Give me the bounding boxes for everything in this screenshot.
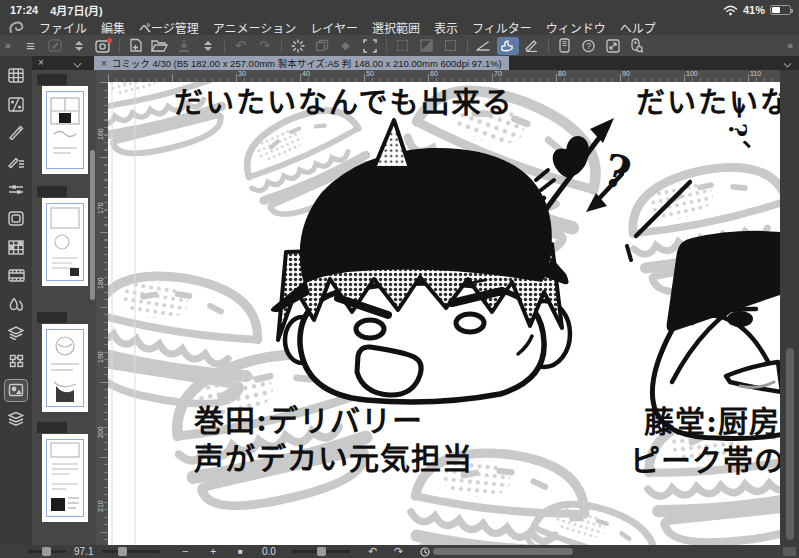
trim-marks [46,329,84,407]
redo-icon[interactable]: ↷ [254,37,276,55]
horizontal-scrollbar[interactable] [433,548,573,555]
layer-palette-icon[interactable] [5,380,27,401]
shape-diamond-icon[interactable]: ◆ [335,37,357,55]
menu-view[interactable]: 表示 [434,19,458,36]
timeline-icon[interactable] [5,265,27,286]
tab-list-chevron-icon[interactable] [784,59,792,67]
zoom-in-button[interactable]: + [210,545,216,557]
blend-palette-icon[interactable] [5,294,27,315]
collapse-right-icon[interactable]: « [787,40,793,51]
rotate-cw-button[interactable]: ↷ [394,545,403,558]
menu-edit[interactable]: 編集 [101,19,125,36]
page-thumbnail-2[interactable] [42,198,88,286]
ruler-label: 180 [97,277,104,289]
processing-icon[interactable] [287,37,309,55]
rotation-slider[interactable] [292,550,350,553]
page-separator [37,74,67,85]
tool-up-down-icon[interactable] [68,37,90,55]
selection-frame-icon[interactable] [440,37,462,55]
command-bar: » ≡ ↶ ↷ [0,35,799,56]
tab-close-icon[interactable]: × [101,58,107,69]
selection-marquee-icon[interactable] [392,37,414,55]
zoom-slider[interactable] [102,550,160,553]
page-separator [37,422,67,433]
collapse-left-icon[interactable]: » [5,40,11,51]
thumbnail-size-slider[interactable] [28,550,66,553]
clock: 17:24 [10,4,38,16]
ruler-corner [96,70,108,82]
document-tab-bar: × × コミック 4/30 (B5 182.00 x 257.00mm 製本サイ… [0,56,799,70]
story-editor-icon[interactable] [5,94,27,115]
brush-size-palette-icon[interactable] [5,208,27,229]
device-preview-icon[interactable] [554,37,576,55]
clip-studio-logo-icon[interactable] [8,21,25,34]
horizontal-ruler: 30 40 50 60 70 80 90 100 110 [108,70,780,82]
document-tab[interactable]: × コミック 4/30 (B5 182.00 x 257.00mm 製本サイズ:… [94,56,509,70]
date: 4月7日(月) [50,2,103,18]
trim-marks [46,91,84,169]
canvas-headline-text: だいたいなんでも出来る [174,82,514,121]
zoom-percent-value: 97.1 [74,546,93,557]
zoom-pin-icon[interactable] [626,37,648,55]
menu-page-manage[interactable]: ページ管理 [139,19,199,36]
menu-bar: ファイル 編集 ページ管理 アニメーション レイヤー 選択範囲 表示 フィルター… [0,20,799,35]
duplicate-icon[interactable] [311,37,333,55]
file-up-down-icon[interactable] [197,37,219,55]
ruler-label: 100 [686,70,698,77]
brush-tool-icon[interactable] [497,37,519,55]
ruler-label: 190 [97,351,104,363]
page-thumbnail-3[interactable] [42,324,88,412]
pen-tool-icon[interactable] [521,37,543,55]
layers-stack-icon[interactable] [5,408,27,429]
battery-icon [770,5,791,15]
menu-layer[interactable]: レイヤー [310,19,358,36]
page-thumbnail-panel [32,70,96,545]
menu-window[interactable]: ウィンドウ [546,19,606,36]
page-thumbnail-1[interactable] [42,86,88,174]
undo-icon[interactable]: ↶ [230,37,252,55]
save-icon[interactable] [173,37,195,55]
edit-pen-icon[interactable] [44,37,66,55]
color-set-icon[interactable] [5,237,27,258]
page-thumbnail-4[interactable] [42,434,88,522]
ruler-label: 60 [430,70,438,77]
panel-close-icon[interactable]: × [38,57,44,68]
caption-makita: 巻田:デリバリー 声がデカい元気担当 [194,402,473,478]
sub-tool-palette-icon[interactable] [5,151,27,172]
menu-file[interactable]: ファイル [39,19,87,36]
fit-view-button[interactable]: ■ [238,547,243,556]
clip-studio-window: 17:24 4月7日(月) 41% ファイル 編集 ページ管理 アニメーション … [0,0,799,558]
menu-help[interactable]: ヘルプ [620,19,656,36]
canvas-vertical-note: ー?、 [720,96,755,167]
zoom-out-button[interactable]: − [182,545,188,557]
layer-template-icon[interactable] [5,351,27,372]
line-tool-icon[interactable] [473,37,495,55]
selection-fill-icon[interactable] [416,37,438,55]
open-file-icon[interactable] [149,37,171,55]
drawing-canvas[interactable]: ? だいたいなんでも出来る だいたいな ー?、 巻田:デリバリー 声がデカい元気… [108,82,780,545]
help-icon[interactable]: ? [578,37,600,55]
ruler-label: 160 [97,128,104,140]
clip-studio-app-icon[interactable] [92,37,114,55]
canvas-headline-right-text: だいたいな [636,82,780,121]
menu-selection[interactable]: 選択範囲 [372,19,420,36]
new-canvas-icon[interactable] [125,37,147,55]
rotate-ccw-button[interactable]: ↶ [368,545,377,558]
menu-animation[interactable]: アニメーション [213,19,297,36]
panel-chevron-down-icon[interactable] [74,59,82,67]
tool-property-icon[interactable] [5,179,27,200]
reset-view-icon[interactable] [420,547,430,558]
tool-palette-icon[interactable] [5,122,27,143]
crop-frame-icon[interactable] [359,37,381,55]
menu-filter[interactable]: フィルター [472,19,532,36]
ruler-label: 90 [622,70,630,77]
page-separator [37,186,67,197]
page-manager-icon[interactable] [5,65,27,86]
layer-property-icon[interactable] [5,322,27,343]
svg-text:?: ? [598,144,635,200]
vertical-scrollbar[interactable] [786,348,794,540]
page-panel-scrollbar[interactable] [90,150,95,300]
fullscreen-icon[interactable] [602,37,624,55]
caption-todo: 藤堂:厨房 ピーク帯の [630,402,780,480]
main-menu-icon[interactable]: ≡ [20,37,42,55]
